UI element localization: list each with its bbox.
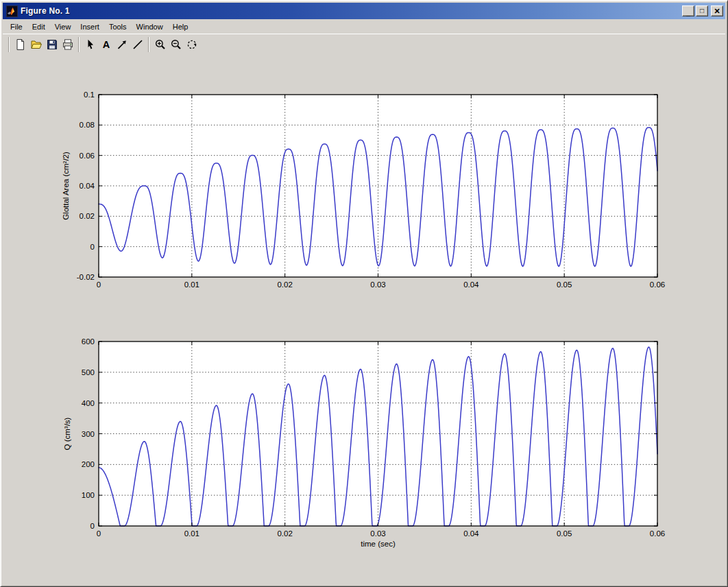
insert-arrow-button[interactable] bbox=[114, 36, 130, 53]
insert-line-icon bbox=[132, 38, 144, 51]
save-icon bbox=[46, 38, 58, 51]
x-tick-label: 0.05 bbox=[557, 529, 572, 538]
x-tick-label: 0.03 bbox=[370, 529, 385, 538]
y-tick-label: 0.06 bbox=[80, 152, 95, 160]
y-tick-label: 500 bbox=[82, 368, 95, 376]
y-tick-label: 300 bbox=[82, 430, 95, 438]
menu-bar: FileEditViewInsertToolsWindowHelp bbox=[3, 20, 725, 33]
x-axis-label: time (sec) bbox=[361, 540, 396, 548]
rotate-3d-button[interactable] bbox=[184, 36, 199, 53]
zoom-out-button[interactable] bbox=[168, 36, 184, 53]
menu-item-window[interactable]: Window bbox=[132, 21, 168, 32]
y-tick-label: 600 bbox=[82, 337, 95, 346]
x-tick-label: 0 bbox=[97, 529, 101, 538]
y-tick-label: 0 bbox=[90, 522, 95, 530]
x-tick-label: 0.02 bbox=[277, 529, 292, 538]
y-tick-label: 100 bbox=[82, 491, 95, 499]
window-title: Figure No. 1 bbox=[21, 6, 682, 16]
svg-text:A: A bbox=[102, 39, 110, 50]
matlab-logo-icon bbox=[6, 5, 18, 17]
plots-svg: 00.010.020.030.040.050.06-0.0200.020.040… bbox=[3, 55, 727, 586]
open-file-button[interactable] bbox=[28, 36, 44, 53]
maximize-button[interactable]: □ bbox=[696, 5, 708, 16]
menu-item-tools[interactable]: Tools bbox=[104, 21, 132, 32]
x-tick-label: 0.02 bbox=[277, 280, 292, 289]
menu-item-edit[interactable]: Edit bbox=[27, 21, 50, 32]
menu-item-insert[interactable]: Insert bbox=[75, 21, 104, 32]
x-tick-label: 0.05 bbox=[557, 280, 572, 289]
x-tick-label: 0 bbox=[97, 280, 101, 289]
x-tick-label: 0.03 bbox=[370, 280, 385, 289]
toolbar-separator bbox=[148, 37, 149, 52]
y-tick-label: -0.02 bbox=[77, 273, 95, 281]
subplot-1: 00.010.020.030.040.050.06-0.0200.020.040… bbox=[62, 91, 665, 289]
menu-item-help[interactable]: Help bbox=[168, 21, 193, 32]
matlab-figure-window: Figure No. 1 _ □ ✕ FileEditViewInsertToo… bbox=[0, 0, 728, 587]
y-tick-label: 0 bbox=[90, 243, 95, 251]
y-tick-label: 0.04 bbox=[80, 182, 95, 190]
x-tick-label: 0.06 bbox=[650, 280, 665, 289]
print-button[interactable] bbox=[60, 36, 75, 53]
insert-arrow-icon bbox=[116, 38, 128, 51]
zoom-in-button[interactable] bbox=[152, 36, 168, 53]
new-file-button[interactable] bbox=[12, 36, 28, 53]
print-icon bbox=[62, 38, 74, 51]
y-tick-label: 200 bbox=[82, 460, 95, 468]
menu-item-view[interactable]: View bbox=[50, 21, 76, 32]
y-tick-label: 400 bbox=[82, 399, 95, 407]
title-bar[interactable]: Figure No. 1 _ □ ✕ bbox=[3, 3, 725, 19]
minimize-button[interactable]: _ bbox=[682, 5, 694, 16]
x-tick-label: 0.06 bbox=[650, 529, 665, 538]
zoom-out-icon bbox=[170, 38, 182, 51]
y-axis-label: Glottal Area (cm²/2) bbox=[62, 152, 70, 220]
pointer-button[interactable] bbox=[82, 36, 98, 53]
rotate-3d-icon bbox=[186, 38, 198, 51]
insert-text-icon: A bbox=[100, 38, 112, 51]
toolbar: A bbox=[3, 34, 725, 54]
new-file-icon bbox=[14, 38, 27, 51]
save-button[interactable] bbox=[44, 36, 60, 53]
figure-canvas: 00.010.020.030.040.050.06-0.0200.020.040… bbox=[3, 55, 725, 584]
toolbar-separator bbox=[8, 37, 10, 52]
zoom-in-icon bbox=[154, 38, 167, 51]
x-tick-label: 0.04 bbox=[463, 280, 479, 289]
y-tick-label: 0.02 bbox=[80, 212, 95, 220]
close-button[interactable]: ✕ bbox=[711, 5, 723, 16]
toolbar-separator bbox=[78, 37, 80, 52]
open-file-icon bbox=[30, 38, 43, 51]
insert-text-button[interactable]: A bbox=[98, 36, 114, 53]
y-tick-label: 0.08 bbox=[80, 121, 95, 129]
y-axis-label: Q (cm³/s) bbox=[63, 417, 71, 450]
window-controls: _ □ ✕ bbox=[682, 5, 723, 16]
menu-item-file[interactable]: File bbox=[5, 21, 27, 32]
y-tick-label: 0.1 bbox=[84, 91, 95, 99]
insert-line-button[interactable] bbox=[130, 36, 145, 53]
x-tick-label: 0.01 bbox=[184, 280, 199, 289]
pointer-icon bbox=[84, 38, 97, 51]
x-tick-label: 0.04 bbox=[463, 529, 479, 538]
subplot-2: 00.010.020.030.040.050.06010020030040050… bbox=[63, 337, 665, 548]
x-tick-label: 0.01 bbox=[184, 529, 199, 538]
